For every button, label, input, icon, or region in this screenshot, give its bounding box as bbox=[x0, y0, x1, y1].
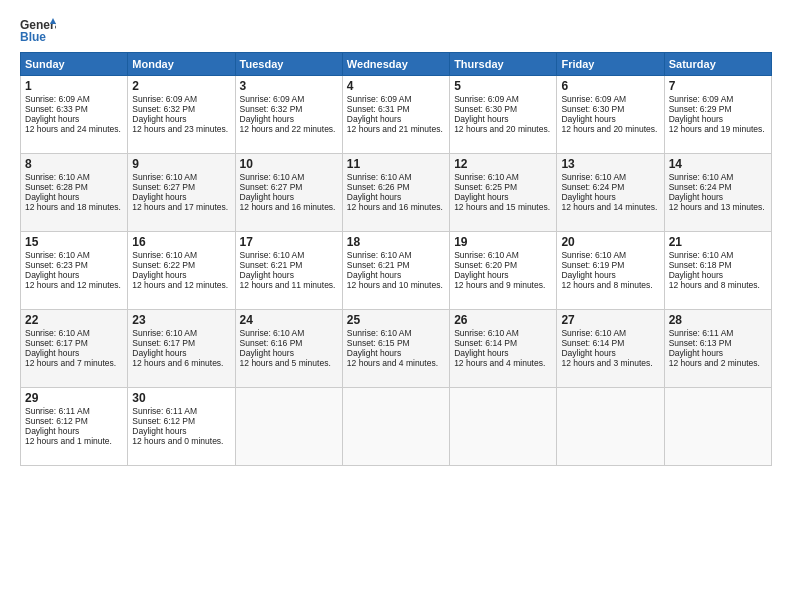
sunrise-label: Sunrise: 6:11 AM bbox=[25, 406, 90, 416]
logo: General Blue bbox=[20, 16, 56, 44]
daylight-duration: 12 hours and 7 minutes. bbox=[25, 358, 116, 368]
sunset-label: Sunset: 6:15 PM bbox=[347, 338, 410, 348]
day-number: 18 bbox=[347, 235, 445, 249]
daylight-label: Daylight hours bbox=[669, 192, 723, 202]
daylight-label: Daylight hours bbox=[25, 192, 79, 202]
table-row: 11 Sunrise: 6:10 AM Sunset: 6:26 PM Dayl… bbox=[342, 154, 449, 232]
day-number: 3 bbox=[240, 79, 338, 93]
sunrise-label: Sunrise: 6:10 AM bbox=[454, 172, 519, 182]
daylight-label: Daylight hours bbox=[669, 270, 723, 280]
sunrise-label: Sunrise: 6:10 AM bbox=[25, 250, 90, 260]
sunset-label: Sunset: 6:22 PM bbox=[132, 260, 195, 270]
daylight-label: Daylight hours bbox=[240, 348, 294, 358]
table-row: 20 Sunrise: 6:10 AM Sunset: 6:19 PM Dayl… bbox=[557, 232, 664, 310]
daylight-duration: 12 hours and 4 minutes. bbox=[347, 358, 438, 368]
daylight-label: Daylight hours bbox=[132, 348, 186, 358]
daylight-label: Daylight hours bbox=[240, 270, 294, 280]
sunset-label: Sunset: 6:20 PM bbox=[454, 260, 517, 270]
sunrise-label: Sunrise: 6:10 AM bbox=[669, 172, 734, 182]
daylight-label: Daylight hours bbox=[669, 348, 723, 358]
sunrise-label: Sunrise: 6:09 AM bbox=[347, 94, 412, 104]
table-row: 14 Sunrise: 6:10 AM Sunset: 6:24 PM Dayl… bbox=[664, 154, 771, 232]
calendar-week: 1 Sunrise: 6:09 AM Sunset: 6:33 PM Dayli… bbox=[21, 76, 772, 154]
day-number: 20 bbox=[561, 235, 659, 249]
daylight-duration: 12 hours and 9 minutes. bbox=[454, 280, 545, 290]
daylight-duration: 12 hours and 18 minutes. bbox=[25, 202, 121, 212]
sunrise-label: Sunrise: 6:10 AM bbox=[347, 172, 412, 182]
daylight-duration: 12 hours and 4 minutes. bbox=[454, 358, 545, 368]
table-row: 26 Sunrise: 6:10 AM Sunset: 6:14 PM Dayl… bbox=[450, 310, 557, 388]
sunset-label: Sunset: 6:17 PM bbox=[132, 338, 195, 348]
daylight-duration: 12 hours and 23 minutes. bbox=[132, 124, 228, 134]
table-row: 23 Sunrise: 6:10 AM Sunset: 6:17 PM Dayl… bbox=[128, 310, 235, 388]
sunset-label: Sunset: 6:31 PM bbox=[347, 104, 410, 114]
daylight-label: Daylight hours bbox=[454, 270, 508, 280]
table-row: 24 Sunrise: 6:10 AM Sunset: 6:16 PM Dayl… bbox=[235, 310, 342, 388]
sunrise-label: Sunrise: 6:10 AM bbox=[132, 172, 197, 182]
sunset-label: Sunset: 6:21 PM bbox=[347, 260, 410, 270]
daylight-duration: 12 hours and 17 minutes. bbox=[132, 202, 228, 212]
daylight-duration: 12 hours and 0 minutes. bbox=[132, 436, 223, 446]
daylight-duration: 12 hours and 14 minutes. bbox=[561, 202, 657, 212]
sunset-label: Sunset: 6:27 PM bbox=[132, 182, 195, 192]
daylight-label: Daylight hours bbox=[347, 114, 401, 124]
daylight-duration: 12 hours and 11 minutes. bbox=[240, 280, 336, 290]
sunrise-label: Sunrise: 6:10 AM bbox=[561, 250, 626, 260]
daylight-label: Daylight hours bbox=[25, 426, 79, 436]
daylight-duration: 12 hours and 15 minutes. bbox=[454, 202, 550, 212]
table-row: 28 Sunrise: 6:11 AM Sunset: 6:13 PM Dayl… bbox=[664, 310, 771, 388]
sunset-label: Sunset: 6:14 PM bbox=[454, 338, 517, 348]
table-row: 22 Sunrise: 6:10 AM Sunset: 6:17 PM Dayl… bbox=[21, 310, 128, 388]
day-number: 16 bbox=[132, 235, 230, 249]
table-row: 12 Sunrise: 6:10 AM Sunset: 6:25 PM Dayl… bbox=[450, 154, 557, 232]
table-row bbox=[664, 388, 771, 466]
col-monday: Monday bbox=[128, 53, 235, 76]
day-number: 27 bbox=[561, 313, 659, 327]
header: General Blue bbox=[20, 16, 772, 44]
table-row: 2 Sunrise: 6:09 AM Sunset: 6:32 PM Dayli… bbox=[128, 76, 235, 154]
sunrise-label: Sunrise: 6:10 AM bbox=[240, 172, 305, 182]
table-row: 19 Sunrise: 6:10 AM Sunset: 6:20 PM Dayl… bbox=[450, 232, 557, 310]
sunset-label: Sunset: 6:21 PM bbox=[240, 260, 303, 270]
daylight-label: Daylight hours bbox=[347, 348, 401, 358]
table-row: 18 Sunrise: 6:10 AM Sunset: 6:21 PM Dayl… bbox=[342, 232, 449, 310]
table-row: 7 Sunrise: 6:09 AM Sunset: 6:29 PM Dayli… bbox=[664, 76, 771, 154]
sunrise-label: Sunrise: 6:10 AM bbox=[25, 328, 90, 338]
sunrise-label: Sunrise: 6:09 AM bbox=[454, 94, 519, 104]
sunset-label: Sunset: 6:32 PM bbox=[240, 104, 303, 114]
day-number: 6 bbox=[561, 79, 659, 93]
daylight-duration: 12 hours and 12 minutes. bbox=[25, 280, 121, 290]
day-number: 1 bbox=[25, 79, 123, 93]
sunrise-label: Sunrise: 6:09 AM bbox=[669, 94, 734, 104]
logo-icon: General Blue bbox=[20, 16, 56, 44]
daylight-label: Daylight hours bbox=[454, 114, 508, 124]
sunset-label: Sunset: 6:28 PM bbox=[25, 182, 88, 192]
header-row: Sunday Monday Tuesday Wednesday Thursday… bbox=[21, 53, 772, 76]
calendar-week: 29 Sunrise: 6:11 AM Sunset: 6:12 PM Dayl… bbox=[21, 388, 772, 466]
sunrise-label: Sunrise: 6:10 AM bbox=[240, 328, 305, 338]
daylight-label: Daylight hours bbox=[347, 270, 401, 280]
day-number: 5 bbox=[454, 79, 552, 93]
daylight-duration: 12 hours and 16 minutes. bbox=[240, 202, 336, 212]
sunrise-label: Sunrise: 6:11 AM bbox=[132, 406, 197, 416]
daylight-label: Daylight hours bbox=[561, 270, 615, 280]
sunrise-label: Sunrise: 6:10 AM bbox=[132, 250, 197, 260]
col-saturday: Saturday bbox=[664, 53, 771, 76]
day-number: 4 bbox=[347, 79, 445, 93]
day-number: 8 bbox=[25, 157, 123, 171]
sunset-label: Sunset: 6:33 PM bbox=[25, 104, 88, 114]
col-wednesday: Wednesday bbox=[342, 53, 449, 76]
sunset-label: Sunset: 6:19 PM bbox=[561, 260, 624, 270]
day-number: 19 bbox=[454, 235, 552, 249]
day-number: 25 bbox=[347, 313, 445, 327]
table-row: 3 Sunrise: 6:09 AM Sunset: 6:32 PM Dayli… bbox=[235, 76, 342, 154]
sunrise-label: Sunrise: 6:09 AM bbox=[561, 94, 626, 104]
calendar-week: 8 Sunrise: 6:10 AM Sunset: 6:28 PM Dayli… bbox=[21, 154, 772, 232]
table-row: 5 Sunrise: 6:09 AM Sunset: 6:30 PM Dayli… bbox=[450, 76, 557, 154]
table-row: 29 Sunrise: 6:11 AM Sunset: 6:12 PM Dayl… bbox=[21, 388, 128, 466]
table-row: 27 Sunrise: 6:10 AM Sunset: 6:14 PM Dayl… bbox=[557, 310, 664, 388]
day-number: 10 bbox=[240, 157, 338, 171]
col-thursday: Thursday bbox=[450, 53, 557, 76]
col-tuesday: Tuesday bbox=[235, 53, 342, 76]
day-number: 30 bbox=[132, 391, 230, 405]
